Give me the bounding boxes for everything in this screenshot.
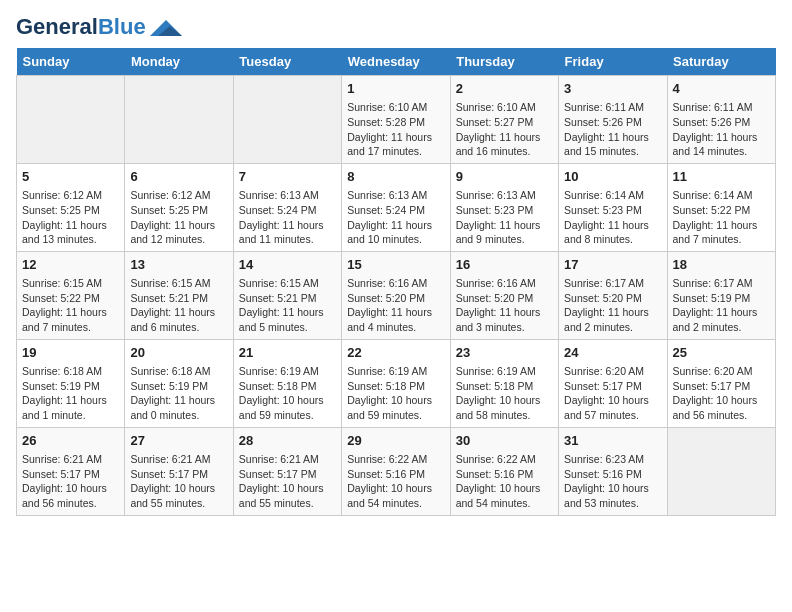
day-info: Sunrise: 6:15 AMSunset: 5:21 PMDaylight:… [130,276,227,335]
calendar-table: SundayMondayTuesdayWednesdayThursdayFrid… [16,48,776,516]
day-number: 13 [130,256,227,274]
day-number: 3 [564,80,661,98]
empty-day-cell [17,76,125,164]
day-info: Sunrise: 6:21 AMSunset: 5:17 PMDaylight:… [239,452,336,511]
calendar-week-row: 26Sunrise: 6:21 AMSunset: 5:17 PMDayligh… [17,427,776,515]
day-number: 25 [673,344,770,362]
day-info: Sunrise: 6:17 AMSunset: 5:20 PMDaylight:… [564,276,661,335]
day-info: Sunrise: 6:20 AMSunset: 5:17 PMDaylight:… [564,364,661,423]
calendar-day-cell: 30Sunrise: 6:22 AMSunset: 5:16 PMDayligh… [450,427,558,515]
day-info: Sunrise: 6:14 AMSunset: 5:22 PMDaylight:… [673,188,770,247]
header-wednesday: Wednesday [342,48,450,76]
logo: GeneralBlue [16,16,182,38]
calendar-day-cell: 24Sunrise: 6:20 AMSunset: 5:17 PMDayligh… [559,339,667,427]
day-info: Sunrise: 6:21 AMSunset: 5:17 PMDaylight:… [22,452,119,511]
day-number: 1 [347,80,444,98]
calendar-day-cell: 7Sunrise: 6:13 AMSunset: 5:24 PMDaylight… [233,163,341,251]
day-number: 31 [564,432,661,450]
empty-day-cell [125,76,233,164]
calendar-day-cell: 14Sunrise: 6:15 AMSunset: 5:21 PMDayligh… [233,251,341,339]
day-info: Sunrise: 6:10 AMSunset: 5:28 PMDaylight:… [347,100,444,159]
day-number: 24 [564,344,661,362]
calendar-day-cell: 22Sunrise: 6:19 AMSunset: 5:18 PMDayligh… [342,339,450,427]
calendar-week-row: 5Sunrise: 6:12 AMSunset: 5:25 PMDaylight… [17,163,776,251]
day-info: Sunrise: 6:14 AMSunset: 5:23 PMDaylight:… [564,188,661,247]
day-info: Sunrise: 6:20 AMSunset: 5:17 PMDaylight:… [673,364,770,423]
day-info: Sunrise: 6:18 AMSunset: 5:19 PMDaylight:… [22,364,119,423]
day-number: 30 [456,432,553,450]
calendar-day-cell: 20Sunrise: 6:18 AMSunset: 5:19 PMDayligh… [125,339,233,427]
calendar-day-cell: 29Sunrise: 6:22 AMSunset: 5:16 PMDayligh… [342,427,450,515]
header-sunday: Sunday [17,48,125,76]
day-number: 15 [347,256,444,274]
calendar-day-cell: 16Sunrise: 6:16 AMSunset: 5:20 PMDayligh… [450,251,558,339]
calendar-day-cell: 11Sunrise: 6:14 AMSunset: 5:22 PMDayligh… [667,163,775,251]
day-number: 17 [564,256,661,274]
day-info: Sunrise: 6:19 AMSunset: 5:18 PMDaylight:… [456,364,553,423]
calendar-day-cell: 8Sunrise: 6:13 AMSunset: 5:24 PMDaylight… [342,163,450,251]
header-friday: Friday [559,48,667,76]
day-info: Sunrise: 6:15 AMSunset: 5:22 PMDaylight:… [22,276,119,335]
day-info: Sunrise: 6:23 AMSunset: 5:16 PMDaylight:… [564,452,661,511]
day-info: Sunrise: 6:13 AMSunset: 5:23 PMDaylight:… [456,188,553,247]
day-number: 19 [22,344,119,362]
day-number: 18 [673,256,770,274]
calendar-day-cell: 28Sunrise: 6:21 AMSunset: 5:17 PMDayligh… [233,427,341,515]
calendar-week-row: 19Sunrise: 6:18 AMSunset: 5:19 PMDayligh… [17,339,776,427]
calendar-day-cell: 5Sunrise: 6:12 AMSunset: 5:25 PMDaylight… [17,163,125,251]
day-info: Sunrise: 6:15 AMSunset: 5:21 PMDaylight:… [239,276,336,335]
day-number: 9 [456,168,553,186]
calendar-day-cell: 6Sunrise: 6:12 AMSunset: 5:25 PMDaylight… [125,163,233,251]
calendar-day-cell: 3Sunrise: 6:11 AMSunset: 5:26 PMDaylight… [559,76,667,164]
calendar-day-cell: 25Sunrise: 6:20 AMSunset: 5:17 PMDayligh… [667,339,775,427]
header-saturday: Saturday [667,48,775,76]
day-info: Sunrise: 6:22 AMSunset: 5:16 PMDaylight:… [347,452,444,511]
calendar-day-cell: 1Sunrise: 6:10 AMSunset: 5:28 PMDaylight… [342,76,450,164]
calendar-day-cell: 4Sunrise: 6:11 AMSunset: 5:26 PMDaylight… [667,76,775,164]
header-tuesday: Tuesday [233,48,341,76]
calendar-day-cell: 26Sunrise: 6:21 AMSunset: 5:17 PMDayligh… [17,427,125,515]
calendar-day-cell: 19Sunrise: 6:18 AMSunset: 5:19 PMDayligh… [17,339,125,427]
day-info: Sunrise: 6:12 AMSunset: 5:25 PMDaylight:… [130,188,227,247]
day-number: 2 [456,80,553,98]
empty-day-cell [233,76,341,164]
calendar-day-cell: 10Sunrise: 6:14 AMSunset: 5:23 PMDayligh… [559,163,667,251]
day-info: Sunrise: 6:11 AMSunset: 5:26 PMDaylight:… [673,100,770,159]
day-info: Sunrise: 6:12 AMSunset: 5:25 PMDaylight:… [22,188,119,247]
page-header: GeneralBlue [16,16,776,38]
day-number: 14 [239,256,336,274]
empty-day-cell [667,427,775,515]
calendar-day-cell: 17Sunrise: 6:17 AMSunset: 5:20 PMDayligh… [559,251,667,339]
day-info: Sunrise: 6:11 AMSunset: 5:26 PMDaylight:… [564,100,661,159]
calendar-day-cell: 12Sunrise: 6:15 AMSunset: 5:22 PMDayligh… [17,251,125,339]
day-info: Sunrise: 6:22 AMSunset: 5:16 PMDaylight:… [456,452,553,511]
day-number: 20 [130,344,227,362]
day-number: 6 [130,168,227,186]
day-info: Sunrise: 6:19 AMSunset: 5:18 PMDaylight:… [239,364,336,423]
day-info: Sunrise: 6:21 AMSunset: 5:17 PMDaylight:… [130,452,227,511]
day-info: Sunrise: 6:16 AMSunset: 5:20 PMDaylight:… [456,276,553,335]
day-number: 8 [347,168,444,186]
day-number: 21 [239,344,336,362]
calendar-day-cell: 13Sunrise: 6:15 AMSunset: 5:21 PMDayligh… [125,251,233,339]
day-info: Sunrise: 6:10 AMSunset: 5:27 PMDaylight:… [456,100,553,159]
day-number: 12 [22,256,119,274]
calendar-day-cell: 15Sunrise: 6:16 AMSunset: 5:20 PMDayligh… [342,251,450,339]
header-thursday: Thursday [450,48,558,76]
day-info: Sunrise: 6:18 AMSunset: 5:19 PMDaylight:… [130,364,227,423]
day-number: 29 [347,432,444,450]
logo-text: GeneralBlue [16,16,146,38]
day-info: Sunrise: 6:19 AMSunset: 5:18 PMDaylight:… [347,364,444,423]
calendar-day-cell: 2Sunrise: 6:10 AMSunset: 5:27 PMDaylight… [450,76,558,164]
calendar-day-cell: 18Sunrise: 6:17 AMSunset: 5:19 PMDayligh… [667,251,775,339]
day-number: 5 [22,168,119,186]
calendar-day-cell: 21Sunrise: 6:19 AMSunset: 5:18 PMDayligh… [233,339,341,427]
calendar-day-cell: 31Sunrise: 6:23 AMSunset: 5:16 PMDayligh… [559,427,667,515]
day-number: 28 [239,432,336,450]
day-number: 10 [564,168,661,186]
day-number: 4 [673,80,770,98]
day-info: Sunrise: 6:13 AMSunset: 5:24 PMDaylight:… [239,188,336,247]
calendar-header-row: SundayMondayTuesdayWednesdayThursdayFrid… [17,48,776,76]
day-number: 16 [456,256,553,274]
header-monday: Monday [125,48,233,76]
